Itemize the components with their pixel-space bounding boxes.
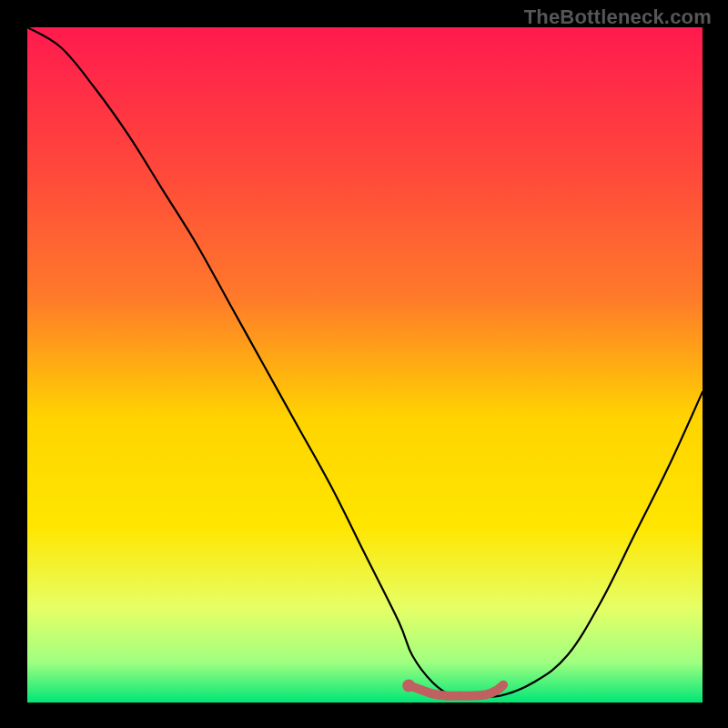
- watermark-text: TheBottleneck.com: [524, 5, 712, 29]
- chart-plot-area: [27, 27, 703, 703]
- chart-container: TheBottleneck.com: [0, 0, 728, 728]
- chart-svg: [27, 27, 703, 703]
- highlight-start-marker: [402, 679, 415, 692]
